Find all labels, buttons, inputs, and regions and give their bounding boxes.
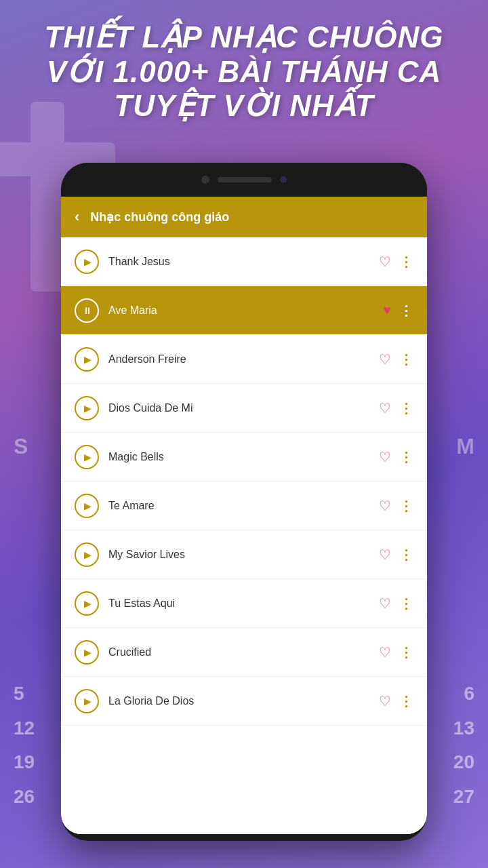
back-button[interactable]: ‹ — [75, 208, 79, 226]
heart-icon[interactable]: ♡ — [379, 644, 391, 660]
song-item[interactable]: ▶ Tu Estas Aqui ♡ ⋮ — [61, 579, 427, 628]
more-options-icon[interactable]: ⋮ — [399, 693, 413, 709]
play-button[interactable]: ▶ — [75, 640, 99, 665]
song-item[interactable]: ▶ Thank Jesus ♡ ⋮ — [61, 237, 427, 286]
heart-icon-filled[interactable]: ♥ — [383, 302, 391, 318]
front-camera — [201, 176, 209, 184]
song-title: La Gloria De Dios — [108, 695, 379, 707]
song-title: Crucified — [108, 646, 379, 658]
song-title: Ave Maria — [108, 304, 383, 317]
more-options-icon[interactable]: ⋮ — [399, 400, 413, 416]
play-button[interactable]: ▶ — [75, 445, 99, 469]
phone-sensor — [280, 176, 287, 183]
heart-icon[interactable]: ♡ — [379, 547, 391, 563]
play-icon: ▶ — [84, 549, 92, 560]
song-title: My Savior Lives — [108, 549, 379, 561]
more-options-icon[interactable]: ⋮ — [399, 644, 413, 660]
song-item[interactable]: ▶ Dios Cuida De Mi ♡ ⋮ — [61, 384, 427, 433]
hero-headline: THIẾT LẬP NHẠC CHUÔNG VỚI 1.000+ BÀI THÁ… — [0, 20, 488, 123]
heart-icon[interactable]: ♡ — [379, 254, 391, 270]
more-options-icon[interactable]: ⋮ — [399, 547, 413, 563]
more-options-icon[interactable]: ⋮ — [399, 449, 413, 465]
play-button[interactable]: ▶ — [75, 689, 99, 713]
heart-icon[interactable]: ♡ — [379, 400, 391, 416]
play-icon: ▶ — [84, 696, 92, 707]
play-icon: ▶ — [84, 354, 92, 365]
calendar-left-numbers: 5 12 19 26 — [14, 677, 35, 814]
app-screen: ‹ Nhạc chuông công giáo ▶ Thank Jesus ♡ … — [61, 197, 427, 834]
more-options-icon[interactable]: ⋮ — [399, 498, 413, 514]
pause-icon: ⏸ — [83, 305, 92, 316]
phone-notch — [61, 163, 427, 197]
heart-icon[interactable]: ♡ — [379, 693, 391, 709]
play-icon: ▶ — [84, 452, 92, 462]
more-options-icon[interactable]: ⋮ — [399, 351, 413, 368]
song-item[interactable]: ▶ My Savior Lives ♡ ⋮ — [61, 530, 427, 579]
pause-button[interactable]: ⏸ — [75, 298, 99, 323]
song-item[interactable]: ▶ Magic Bells ♡ ⋮ — [61, 433, 427, 481]
song-title: Dios Cuida De Mi — [108, 402, 379, 414]
play-icon: ▶ — [84, 256, 92, 267]
play-button[interactable]: ▶ — [75, 591, 99, 616]
more-options-icon[interactable]: ⋮ — [399, 595, 413, 612]
phone-speaker — [218, 177, 272, 182]
heart-icon[interactable]: ♡ — [379, 449, 391, 465]
play-button[interactable]: ▶ — [75, 347, 99, 372]
song-title: Anderson Freire — [108, 353, 379, 366]
calendar-letter-m: M — [456, 434, 474, 459]
play-icon: ▶ — [84, 647, 92, 658]
song-list: ▶ Thank Jesus ♡ ⋮ ⏸ Ave Maria ♥ ⋮ ▶ — [61, 237, 427, 834]
song-title: Tu Estas Aqui — [108, 597, 379, 610]
song-item[interactable]: ▶ La Gloria De Dios ♡ ⋮ — [61, 677, 427, 726]
play-button[interactable]: ▶ — [75, 396, 99, 420]
song-item-active[interactable]: ⏸ Ave Maria ♥ ⋮ — [61, 286, 427, 335]
calendar-letter-s: S — [14, 434, 28, 459]
play-button[interactable]: ▶ — [75, 542, 99, 567]
calendar-right-numbers: 6 13 20 27 — [453, 677, 474, 814]
screen-title: Nhạc chuông công giáo — [90, 210, 229, 224]
heart-icon[interactable]: ♡ — [379, 351, 391, 368]
song-item[interactable]: ▶ Crucified ♡ ⋮ — [61, 628, 427, 677]
more-options-icon[interactable]: ⋮ — [399, 302, 413, 319]
play-button[interactable]: ▶ — [75, 250, 99, 274]
heart-icon[interactable]: ♡ — [379, 498, 391, 514]
play-icon: ▶ — [84, 598, 92, 609]
heart-icon[interactable]: ♡ — [379, 595, 391, 612]
song-item[interactable]: ▶ Anderson Freire ♡ ⋮ — [61, 335, 427, 384]
song-title: Thank Jesus — [108, 256, 379, 268]
play-icon: ▶ — [84, 403, 92, 414]
phone-frame: ‹ Nhạc chuông công giáo ▶ Thank Jesus ♡ … — [61, 163, 427, 841]
song-title: Magic Bells — [108, 451, 379, 463]
more-options-icon[interactable]: ⋮ — [399, 254, 413, 270]
app-toolbar: ‹ Nhạc chuông công giáo — [61, 197, 427, 237]
song-item[interactable]: ▶ Te Amare ♡ ⋮ — [61, 481, 427, 530]
play-button[interactable]: ▶ — [75, 494, 99, 518]
song-title: Te Amare — [108, 500, 379, 512]
play-icon: ▶ — [84, 500, 92, 511]
